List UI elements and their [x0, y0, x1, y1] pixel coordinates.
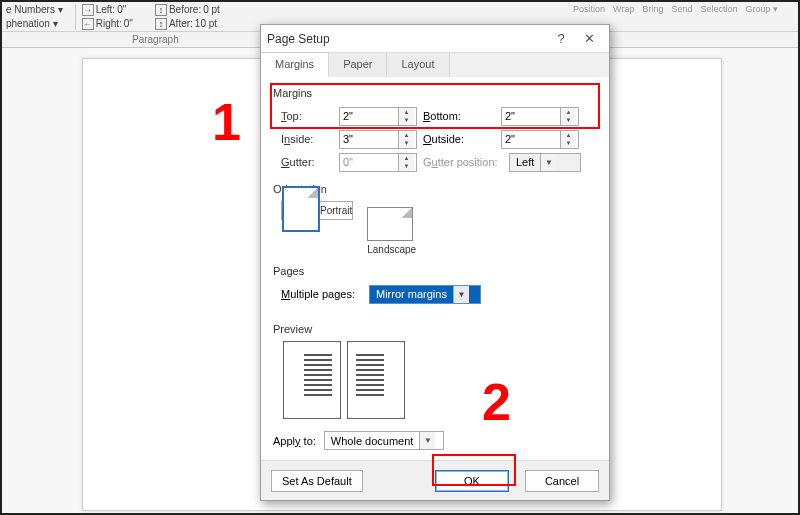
indent-right-label: Right: [96, 18, 122, 29]
apply-to-value: Whole document [325, 435, 420, 447]
ribbon-hyphenation[interactable]: phenation ▾ [6, 17, 63, 31]
landscape-icon [367, 207, 413, 241]
spin-up-icon[interactable]: ▲ [399, 131, 414, 140]
ribbon-group[interactable]: Group ▾ [745, 4, 778, 14]
gutter-position-select: Left▼ [509, 153, 581, 172]
apply-to-select[interactable]: Whole document▼ [324, 431, 444, 450]
margin-bottom-input[interactable] [502, 108, 560, 125]
indent-left-label: Left: [96, 4, 115, 15]
margin-gutter-stepper[interactable]: ▲▼ [339, 153, 417, 172]
tab-layout[interactable]: Layout [387, 53, 449, 77]
spin-down-icon[interactable]: ▼ [399, 162, 414, 171]
indent-left-icon: → [82, 4, 94, 16]
margin-gutter-label: Gutter: [281, 156, 339, 168]
tab-margins[interactable]: Margins [261, 52, 329, 77]
indent-left-value[interactable]: 0" [117, 4, 126, 15]
spin-down-icon[interactable]: ▼ [399, 139, 414, 148]
multiple-pages-label: Multiple pages: [281, 288, 369, 300]
ribbon-position[interactable]: Position [573, 4, 605, 14]
chevron-down-icon: ▼ [540, 154, 556, 171]
chevron-down-icon[interactable]: ▼ [453, 286, 469, 303]
ok-button[interactable]: OK [435, 470, 509, 492]
ribbon-selection[interactable]: Selection [700, 4, 737, 14]
dialog-titlebar[interactable]: Page Setup ? ✕ [261, 25, 609, 53]
space-after-icon: ↕ [155, 18, 167, 30]
margin-bottom-label: Bottom: [423, 110, 501, 122]
close-button[interactable]: ✕ [575, 31, 603, 46]
orientation-landscape[interactable]: Landscape [367, 201, 416, 255]
margin-top-label: Top: [281, 110, 339, 122]
cancel-button[interactable]: Cancel [525, 470, 599, 492]
ribbon-arrange-group: Position Wrap Bring Send Selection Group… [573, 4, 778, 14]
margin-outside-label: Outside: [423, 133, 501, 145]
indent-right-icon: ← [82, 18, 94, 30]
spin-up-icon[interactable]: ▲ [399, 108, 414, 117]
ribbon-wrap[interactable]: Wrap [613, 4, 634, 14]
space-after-value[interactable]: 10 pt [195, 18, 217, 29]
margin-gutter-input[interactable] [340, 154, 398, 171]
space-before-label: Before: [169, 4, 201, 15]
margin-bottom-stepper[interactable]: ▲▼ [501, 107, 579, 126]
multiple-pages-value: Mirror margins [370, 288, 453, 300]
space-after-label: After: [169, 18, 193, 29]
apply-to-label: Apply to: [273, 435, 316, 447]
orientation-section-label: Orientation [273, 183, 597, 195]
space-before-value[interactable]: 0 pt [203, 4, 220, 15]
spin-up-icon[interactable]: ▲ [399, 154, 414, 163]
space-before-icon: ↕ [155, 4, 167, 16]
page-setup-dialog: Page Setup ? ✕ Margins Paper Layout Marg… [260, 24, 610, 501]
margin-outside-input[interactable] [502, 131, 560, 148]
set-as-default-button[interactable]: Set As Default [271, 470, 363, 492]
annotation-one: 1 [212, 92, 241, 152]
preview-section-label: Preview [273, 323, 597, 335]
margin-top-stepper[interactable]: ▲▼ [339, 107, 417, 126]
help-button[interactable]: ? [547, 31, 575, 46]
preview-page-left [283, 341, 341, 419]
margin-inside-input[interactable] [340, 131, 398, 148]
spin-down-icon[interactable]: ▼ [399, 116, 414, 125]
gutter-position-label: Gutter position: [423, 156, 509, 168]
spin-down-icon[interactable]: ▼ [561, 116, 576, 125]
margin-top-input[interactable] [340, 108, 398, 125]
pages-section-label: Pages [273, 265, 597, 277]
preview-page-right [347, 341, 405, 419]
margin-inside-label: Inside: [281, 133, 339, 145]
multiple-pages-select[interactable]: Mirror margins▼ [369, 285, 481, 304]
landscape-label: Landscape [367, 244, 416, 255]
ribbon-bring[interactable]: Bring [642, 4, 663, 14]
dialog-tabs: Margins Paper Layout [261, 53, 609, 77]
preview-area [283, 341, 597, 419]
portrait-icon [282, 186, 320, 232]
margins-section-label: Margins [273, 87, 597, 99]
ribbon-send[interactable]: Send [671, 4, 692, 14]
dialog-title: Page Setup [267, 32, 330, 46]
ribbon-line-numbers[interactable]: e Numbers ▾ [6, 3, 63, 17]
margin-inside-stepper[interactable]: ▲▼ [339, 130, 417, 149]
chevron-down-icon[interactable]: ▼ [419, 432, 435, 449]
annotation-two: 2 [482, 372, 511, 432]
indent-right-value[interactable]: 0" [124, 18, 133, 29]
margin-outside-stepper[interactable]: ▲▼ [501, 130, 579, 149]
portrait-label: Portrait [320, 205, 352, 216]
orientation-portrait[interactable]: Portrait [281, 201, 353, 220]
spin-up-icon[interactable]: ▲ [561, 108, 576, 117]
spin-up-icon[interactable]: ▲ [561, 131, 576, 140]
spin-down-icon[interactable]: ▼ [561, 139, 576, 148]
ribbon-separator [75, 4, 76, 30]
tab-paper[interactable]: Paper [329, 53, 387, 77]
